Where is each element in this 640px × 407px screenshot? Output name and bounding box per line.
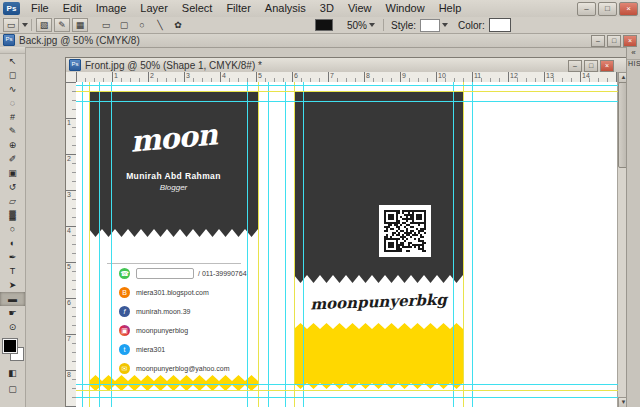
menu-layer[interactable]: Layer (133, 0, 175, 17)
contact-row: ▣moonpunyerblog (119, 324, 258, 336)
minimize-button[interactable]: – (568, 60, 582, 72)
guide-horizontal[interactable] (76, 384, 618, 385)
back-card-yellow-section (294, 323, 463, 389)
crop-tool-icon[interactable]: # (0, 110, 25, 124)
eraser-tool-icon[interactable]: ▱ (0, 194, 25, 208)
screen-mode-icon[interactable]: ▢ (0, 383, 25, 396)
style-swatch[interactable] (420, 19, 440, 32)
dodge-tool-icon[interactable]: ◐ (0, 236, 25, 250)
phone-placeholder-box (136, 268, 194, 279)
app-logo-icon[interactable]: Ps (3, 2, 20, 15)
close-button[interactable]: × (619, 2, 638, 16)
panel-dock: « HISTOGRAM (626, 47, 640, 407)
shape-tool-icon[interactable]: ▬ (0, 292, 25, 306)
ruler-number: 4 (67, 227, 71, 234)
menu-edit[interactable]: Edit (56, 0, 89, 17)
guide-horizontal[interactable] (76, 85, 618, 86)
opacity-dropdown[interactable]: 50% (347, 20, 375, 31)
rectangle-shape-icon[interactable]: ▭ (98, 18, 114, 32)
healing-brush-tool-icon[interactable]: ⊕ (0, 138, 25, 152)
rounded-rectangle-shape-icon[interactable]: ▢ (116, 18, 132, 32)
menu-image[interactable]: Image (89, 0, 134, 17)
guide-horizontal[interactable] (76, 101, 618, 102)
maximize-button[interactable]: □ (607, 35, 621, 47)
hand-tool-icon[interactable]: ☛ (0, 306, 25, 320)
line-shape-icon[interactable]: ╲ (152, 18, 168, 32)
minimize-button[interactable]: – (577, 2, 596, 16)
contact-text: miera301 (136, 346, 165, 353)
menu-file[interactable]: File (24, 0, 56, 17)
guide-vertical[interactable] (294, 82, 295, 407)
menu-filter[interactable]: Filter (219, 0, 257, 17)
back-document-titlebar[interactable]: Ps Back.jpg @ 50% (CMYK/8) – □ × (0, 33, 640, 48)
ellipse-shape-icon[interactable]: ○ (134, 18, 150, 32)
contact-row: tmiera301 (119, 343, 258, 355)
close-button[interactable]: × (600, 60, 614, 72)
gradient-tool-icon[interactable]: ▓ (0, 208, 25, 222)
guide-vertical[interactable] (82, 82, 83, 407)
tools-panel-grip[interactable] (0, 47, 25, 54)
shape-fill-swatch[interactable] (315, 19, 333, 31)
quick-selection-tool-icon[interactable]: ◌ (0, 96, 25, 110)
move-tool-icon[interactable]: ↖ (0, 54, 25, 68)
ruler-number: 6 (294, 72, 298, 79)
front-document-titlebar[interactable]: Ps Front.jpg @ 50% (Shape 1, CMYK/8#) * … (66, 58, 628, 73)
paths-icon[interactable]: ✎ (54, 18, 70, 32)
guide-horizontal[interactable] (76, 397, 618, 398)
guide-horizontal[interactable] (76, 91, 618, 92)
expand-dock-button[interactable]: « (627, 47, 640, 60)
brush-tool-icon[interactable]: ✐ (0, 152, 25, 166)
guide-vertical[interactable] (472, 82, 473, 407)
menu-help[interactable]: Help (432, 0, 469, 17)
guide-vertical[interactable] (303, 82, 304, 407)
marquee-tool-icon[interactable]: ◻ (0, 68, 25, 82)
menu-3d[interactable]: 3D (313, 0, 341, 17)
ruler-number: 3 (67, 191, 71, 198)
close-button[interactable]: × (623, 35, 637, 47)
maximize-button[interactable]: □ (584, 60, 598, 72)
maximize-button[interactable]: □ (598, 2, 617, 16)
email-icon: ✉ (119, 363, 130, 374)
contact-row: fmunirah.moon.39 (119, 305, 258, 317)
fill-pixels-icon[interactable]: ▦ (72, 18, 88, 32)
menu-select[interactable]: Select (175, 0, 220, 17)
zoom-tool-icon[interactable]: ⊙ (0, 320, 25, 334)
type-tool-icon[interactable]: T (0, 264, 25, 278)
color-swatch[interactable] (489, 18, 511, 32)
ruler-number: 13 (546, 72, 554, 79)
clone-stamp-tool-icon[interactable]: ▣ (0, 166, 25, 180)
menu-window[interactable]: Window (379, 0, 432, 17)
guide-vertical[interactable] (111, 82, 112, 407)
quick-mask-icon[interactable]: ◧ (0, 367, 25, 380)
ruler-number: 4 (222, 72, 226, 79)
lasso-tool-icon[interactable]: ∿ (0, 82, 25, 96)
ruler-number: 9 (402, 72, 406, 79)
document-icon: Ps (3, 34, 15, 46)
guide-vertical[interactable] (268, 82, 269, 407)
eyedropper-tool-icon[interactable]: ✎ (0, 124, 25, 138)
path-selection-tool-icon[interactable]: ➤ (0, 278, 25, 292)
ruler-number: 5 (258, 72, 262, 79)
blur-tool-icon[interactable]: ○ (0, 222, 25, 236)
history-brush-tool-icon[interactable]: ↺ (0, 180, 25, 194)
foreground-color-swatch[interactable] (3, 339, 17, 353)
guide-vertical[interactable] (99, 82, 100, 407)
shape-layers-icon[interactable]: ▧ (36, 18, 52, 32)
guide-vertical[interactable] (453, 82, 454, 407)
histogram-panel-tab[interactable]: HISTOGRAM (627, 60, 640, 67)
ruler-number: 12 (510, 72, 518, 79)
guide-vertical[interactable] (247, 82, 248, 407)
guide-vertical[interactable] (285, 82, 286, 407)
menu-view[interactable]: View (341, 0, 379, 17)
guide-vertical[interactable] (89, 82, 90, 407)
front-document-window: Ps Front.jpg @ 50% (Shape 1, CMYK/8#) * … (65, 57, 629, 407)
custom-shape-icon[interactable]: ✿ (170, 18, 186, 32)
pen-tool-icon[interactable]: ✒ (0, 250, 25, 264)
guide-vertical[interactable] (258, 82, 259, 407)
tool-preset-icon[interactable]: ▭ (3, 18, 19, 32)
minimize-button[interactable]: – (591, 35, 605, 47)
guide-horizontal[interactable] (76, 390, 618, 391)
canvas[interactable]: moon Munirah Abd Rahman Blogger ☎/ 011-3… (76, 82, 618, 407)
guide-vertical[interactable] (463, 82, 464, 407)
menu-analysis[interactable]: Analysis (258, 0, 313, 17)
